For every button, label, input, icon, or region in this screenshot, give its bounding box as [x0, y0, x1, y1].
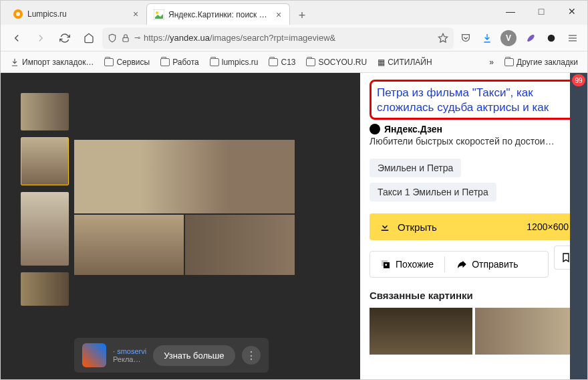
folder-icon [104, 58, 114, 66]
folder-icon [269, 58, 278, 66]
tab-title: Яндекс.Картинки: поиск похож [168, 10, 269, 19]
feather-icon[interactable] [521, 29, 539, 48]
tag[interactable]: Эмильен и Петра [370, 159, 461, 177]
shield-icon[interactable] [108, 33, 117, 43]
pocket-icon[interactable] [456, 29, 475, 48]
tags-list: Эмильен и Петра Такси 1 Эмильен и Петра [370, 159, 578, 201]
page-content: · smoservi Рекла… Узнать больше ⋮ Петра … [1, 73, 587, 379]
actions-row: Похожие Отправить [370, 251, 549, 278]
bookmarks-overflow[interactable]: » [485, 55, 498, 70]
details-panel: Петра из фильма "Такси", как сложилась с… [360, 73, 587, 379]
svg-marker-5 [438, 33, 447, 42]
tag[interactable]: Такси 1 Эмильен и Петра [370, 183, 496, 201]
bookmark-folder[interactable]: C13 [265, 55, 299, 70]
ad-label: Рекла… [113, 355, 146, 363]
thumbnail[interactable] [21, 272, 69, 306]
lock-icon[interactable] [121, 33, 130, 43]
address-bar[interactable]: ⊸ https://yandex.ua/images/search?rpt=im… [102, 27, 454, 49]
bookmark-folder[interactable]: Сервисы [100, 55, 154, 70]
thumbnail-selected[interactable] [21, 137, 69, 185]
source-row[interactable]: Яндекс.Дзен [370, 124, 578, 134]
svg-point-10 [385, 264, 387, 266]
bookmark-item[interactable]: ▦СИТИЛАЙН [374, 55, 436, 70]
site-icon: ▦ [378, 58, 385, 67]
star-icon[interactable] [438, 33, 448, 43]
highlighted-title-box: Петра из фильма "Такси", как сложилась с… [370, 80, 578, 120]
send-button[interactable]: Отправить [450, 258, 523, 270]
ad-icon [82, 343, 106, 367]
bookmark-folder[interactable]: SOCYOU.RU [302, 55, 371, 70]
window-controls: — □ ✕ [495, 1, 587, 22]
tab-title: Lumpics.ru [27, 9, 126, 19]
back-button[interactable] [6, 27, 27, 49]
folder-icon [306, 58, 315, 66]
favicon-yandex-images [154, 9, 164, 20]
image-title-link[interactable]: Петра из фильма "Такси", как сложилась с… [377, 86, 571, 115]
svg-point-6 [548, 34, 555, 41]
ad-link[interactable]: smoservi [117, 347, 146, 355]
extension-icon[interactable] [542, 29, 561, 48]
svg-point-1 [16, 12, 20, 16]
background-gallery-strip [570, 73, 587, 379]
main-image[interactable] [74, 140, 295, 275]
new-tab-button[interactable]: + [293, 6, 311, 25]
favicon-lumpics [13, 9, 23, 19]
ad-more-icon[interactable]: ⋮ [242, 346, 261, 365]
bookmark-folder[interactable]: Работа [156, 55, 203, 70]
related-images-title: Связанные картинки [370, 290, 578, 301]
ad-cta-button[interactable]: Узнать больше [153, 345, 235, 366]
browser-tab-active[interactable]: Яндекс.Картинки: поиск похож × [146, 3, 290, 25]
source-favicon [370, 124, 380, 134]
window-minimize[interactable]: — [495, 1, 526, 22]
related-image[interactable] [475, 308, 578, 355]
thumbnail[interactable] [21, 192, 69, 266]
notification-badge: 99 [572, 74, 585, 86]
permissions-icon[interactable]: ⊸ [134, 33, 140, 42]
folder-icon [160, 58, 170, 66]
source-name: Яндекс.Дзен [384, 124, 442, 134]
forward-button[interactable] [30, 27, 51, 49]
bookmarks-bar: Импорт закладок… Сервисы Работа lumpics.… [1, 52, 587, 73]
bookmark-folder[interactable]: lumpics.ru [206, 55, 263, 70]
ad-banner: · smoservi Рекла… Узнать больше ⋮ [74, 338, 269, 373]
related-images [370, 308, 578, 355]
similar-button[interactable]: Похожие [374, 258, 439, 270]
menu-icon[interactable] [563, 29, 582, 48]
resolution-label: 1200×600 [527, 221, 569, 232]
tab-close-icon[interactable]: × [130, 9, 141, 19]
open-button[interactable]: Открыть 1200×600 [370, 213, 578, 240]
window-maximize[interactable]: □ [526, 1, 557, 22]
main-image-area: · smoservi Рекла… Узнать больше ⋮ [74, 73, 360, 379]
window-close[interactable]: ✕ [557, 1, 587, 22]
svg-rect-4 [123, 37, 128, 41]
download-icon [379, 221, 391, 233]
folder-icon [210, 58, 219, 66]
image-description: Любители быстрых скоростей по достои… [370, 136, 578, 147]
reload-button[interactable] [54, 27, 76, 49]
folder-icon [504, 58, 514, 66]
open-label: Открыть [398, 221, 437, 233]
avatar[interactable]: V [499, 29, 518, 48]
thumbnail-column [1, 73, 74, 379]
bookmark-import[interactable]: Импорт закладок… [6, 55, 98, 70]
related-image[interactable] [370, 308, 472, 355]
home-button[interactable] [78, 27, 100, 49]
download-icon[interactable] [478, 29, 496, 48]
other-bookmarks[interactable]: Другие закладки [500, 55, 582, 70]
browser-tab[interactable]: Lumpics.ru × [6, 3, 146, 25]
browser-toolbar: ⊸ https://yandex.ua/images/search?rpt=im… [1, 25, 587, 52]
thumbnail[interactable] [21, 93, 69, 130]
svg-point-3 [156, 11, 158, 14]
tab-close-icon[interactable]: × [273, 9, 284, 20]
url-text: https://yandex.ua/images/search?rpt=imag… [144, 33, 434, 43]
